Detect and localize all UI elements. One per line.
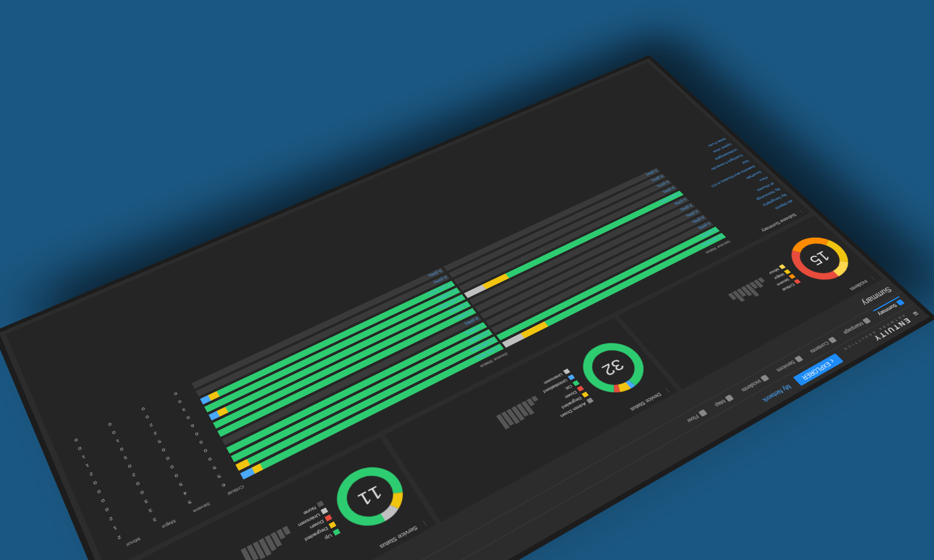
mainpage-icon	[862, 317, 871, 324]
monitor-frame: ≡ ENTUITYNETWORK ANALYTICS EXPLORER My N…	[0, 55, 934, 560]
services-icon	[795, 355, 804, 362]
incidents-sparkline	[728, 277, 776, 310]
device_status-sparkline	[496, 395, 550, 435]
service_status-sparkline	[240, 525, 299, 560]
flow-icon	[698, 409, 707, 416]
map-icon	[725, 394, 734, 401]
app-screen: ≡ ENTUITYNETWORK ANALYTICS EXPLORER My N…	[0, 58, 930, 560]
hamburger-icon[interactable]: ≡	[911, 309, 922, 317]
service_status-legend: UpDegradedDownUnknownNone	[291, 499, 341, 550]
summary-icon	[896, 299, 905, 306]
contents-icon	[828, 336, 837, 343]
service_status-donut: 11	[323, 454, 418, 539]
monitor-bezel: ≡ ENTUITYNETWORK ANALYTICS EXPLORER My N…	[0, 55, 934, 560]
incidents-icon	[760, 374, 770, 381]
